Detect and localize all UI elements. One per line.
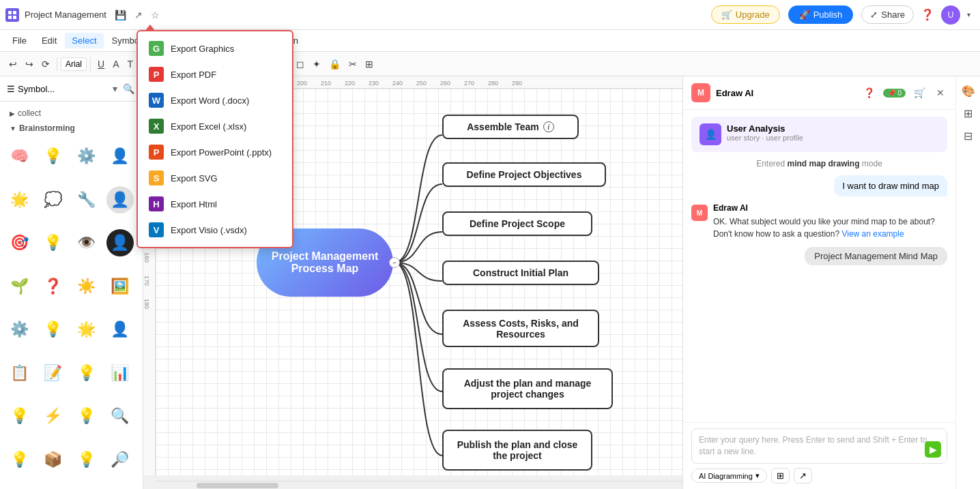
menu-select[interactable]: Select [65,33,103,48]
font-size-btn[interactable]: T [124,57,136,72]
sidebar-search-btn[interactable]: 🔍 [121,82,136,95]
sidebar-icon-3[interactable]: 👤 [106,143,134,170]
sidebar-section-brainstorming[interactable]: ▼ Brainstorming [5,121,137,136]
right-icon-grid[interactable]: ⊟ [961,127,975,145]
sidebar-icon-26[interactable]: 💡 [73,402,100,430]
sidebar-icon-27[interactable]: 🔍 [106,402,134,430]
lock-btn[interactable]: 🔒 [326,57,344,72]
sidebar-icon-21[interactable]: 📝 [39,359,66,387]
menu-file[interactable]: File [5,33,33,48]
ai-logo: M [691,83,710,102]
export-svg-item[interactable]: S Export SVG [138,165,292,191]
sidebar-expand-btn[interactable]: ▾ [111,82,119,95]
underline-btn[interactable]: U [94,57,108,72]
font-color-btn[interactable]: A [109,57,122,72]
info-icon-0[interactable]: i [543,121,554,132]
ai-example-link[interactable]: View an example [841,229,904,239]
share-button[interactable]: ⤢ Share [861,5,914,24]
ai-close-btn[interactable]: ✕ [934,86,947,100]
menu-edit[interactable]: Edit [35,33,63,48]
branch-adjust-plan[interactable]: Adjust the plan and manage project chang… [442,368,613,409]
right-icon-palette[interactable]: 🎨 [959,82,978,100]
collapse-handle[interactable]: – [389,257,400,268]
user-avatar[interactable]: U [941,5,960,25]
ai-help-btn[interactable]: ❓ [861,86,878,100]
sidebar-icon-9[interactable]: 💡 [39,229,66,256]
sidebar-nav: ▶ collect ▼ Brainstorming [0,102,143,140]
svg-rect-1 [13,11,16,14]
sidebar-icon-6[interactable]: 🔧 [73,186,100,213]
sidebar-section-collect[interactable]: ▶ collect [5,106,137,121]
sidebar-icon-11[interactable]: 👤 [106,229,134,256]
star-btn[interactable]: ☆ [148,8,162,22]
ai-mode-selector[interactable]: AI Diagramming ▾ [691,469,767,483]
sidebar-icon-1[interactable]: 💡 [39,143,66,170]
sidebar-icon-17[interactable]: 💡 [39,316,66,343]
sidebar-icon-16[interactable]: ⚙️ [5,316,33,343]
h-scrollbar-thumb[interactable] [197,483,278,488]
undo-btn[interactable]: ↩ [5,57,20,72]
avatar-dropdown-btn[interactable]: ▾ [963,8,975,21]
share-alt-btn[interactable]: ↗ [132,8,145,22]
ai-card-icon: 👤 [700,123,721,145]
sidebar-icon-19[interactable]: 👤 [106,316,134,343]
table-btn[interactable]: ⊞ [362,57,377,72]
save-icon-btn[interactable]: 💾 [112,8,129,22]
export-pdf-item[interactable]: P Export PDF [138,61,292,87]
sidebar-icon-13[interactable]: ❓ [39,273,66,300]
sidebar-icon-12[interactable]: 🌱 [5,273,33,300]
export-word-item[interactable]: W Export Word (.docx) [138,87,292,113]
publish-button[interactable]: 🚀 Publish [788,5,854,24]
sidebar-icon-18[interactable]: 🌟 [73,316,100,343]
copy-style-btn[interactable]: ✦ [309,57,324,72]
branch-label-3: Construct Initial Plan [473,267,568,278]
ai-cart-btn[interactable]: 🛒 [911,86,928,100]
sidebar-icon-2[interactable]: ⚙️ [73,143,100,170]
ai-action-icon2[interactable]: ↗ [794,468,812,484]
export-html-item[interactable]: H Export Html [138,191,292,217]
right-icon-layers[interactable]: ⊞ [961,104,975,123]
redo-btn[interactable]: ↪ [22,57,37,72]
ai-send-button[interactable]: ▶ [925,441,941,458]
ai-action-icon1[interactable]: ⊞ [771,468,790,484]
ai-mode-label: AI Diagramming [699,472,753,480]
ai-user-analysis-card[interactable]: 👤 User Analysis user story · user profil… [691,117,947,152]
branch-publish-plan[interactable]: Publish the plan and close the project [442,430,592,471]
export-excel-item[interactable]: X Export Excel (.xlsx) [138,113,292,139]
ai-user-bubble2[interactable]: Project Management Mind Map [805,247,947,265]
sidebar-icon-20[interactable]: 📋 [5,359,33,387]
sidebar-icon-7[interactable]: 👤 [106,186,134,213]
export-graphics-item[interactable]: G Export Graphics [138,35,292,61]
sidebar-icon-22[interactable]: 💡 [73,359,100,387]
branch-define-scope[interactable]: Define Project Scope [442,211,592,236]
branch-assess-costs[interactable]: Assess Costs, Risks, and Resources [442,310,599,347]
h-scrollbar[interactable] [156,481,682,489]
sidebar-icon-28[interactable]: 💡 [5,446,33,473]
font-selector[interactable]: Arial [61,57,87,71]
sidebar-icon-4[interactable]: 🌟 [5,186,33,213]
sidebar-icon-29[interactable]: 📦 [39,446,66,473]
sidebar-icon-15[interactable]: 🖼️ [106,273,134,300]
sidebar-icon-24[interactable]: 💡 [5,402,33,430]
sidebar-icon-23[interactable]: 📊 [106,359,134,387]
upgrade-button[interactable]: 🛒 Upgrade [711,5,780,24]
help-button[interactable]: ❓ [917,5,938,24]
ai-response-1: M Edraw AI OK. What subject would you li… [691,203,947,240]
sidebar-icon-31[interactable]: 🔎 [106,446,134,473]
export-pptx-item[interactable]: P Export PowerPoint (.pptx) [138,139,292,165]
sidebar-icon-5[interactable]: 💭 [39,186,66,213]
shadow-btn[interactable]: ◻ [293,57,308,72]
sidebar-icon-10[interactable]: 👁️ [73,229,100,256]
sidebar-icon-8[interactable]: 🎯 [5,229,33,256]
export-visio-item[interactable]: V Export Visio (.vsdx) [138,217,292,243]
branch-define-objectives[interactable]: Define Project Objectives [442,162,606,187]
branch-assemble-team[interactable]: Assemble Team i [442,115,579,139]
sidebar: ☰ Symbol... ▾ 🔍 ▶ collect ▼ Brainstormin… [0,76,143,489]
branch-construct-plan[interactable]: Construct Initial Plan [442,261,599,285]
sidebar-icon-30[interactable]: 💡 [73,446,100,473]
sidebar-icon-14[interactable]: ☀️ [73,273,100,300]
sidebar-icon-25[interactable]: ⚡ [39,402,66,430]
sidebar-icon-0[interactable]: 🧠 [5,143,33,170]
redo2-btn[interactable]: ⟳ [38,57,53,72]
cut-btn[interactable]: ✂ [345,57,360,72]
